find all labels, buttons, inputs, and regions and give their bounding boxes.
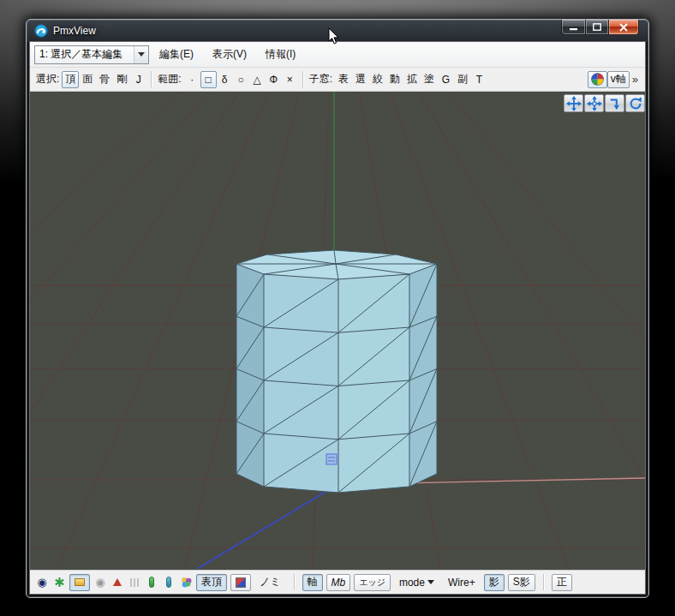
teal-pill-icon[interactable] xyxy=(162,575,176,590)
orbit-icon xyxy=(628,96,643,111)
orbit-view-button[interactable] xyxy=(625,94,645,112)
selection-marker xyxy=(326,454,337,464)
v-axis-button[interactable]: v軸 xyxy=(607,71,630,88)
subwin-hyou-button[interactable]: 表 xyxy=(335,71,352,88)
bottombar-separator xyxy=(294,574,295,590)
mode-dropdown-icon xyxy=(427,580,434,584)
select-bone-button[interactable]: 骨 xyxy=(96,71,113,88)
range-dot-button[interactable]: · xyxy=(184,71,200,88)
minimize-button[interactable] xyxy=(561,20,586,35)
hatch-icon[interactable] xyxy=(128,575,141,590)
toolbar-separator xyxy=(302,71,303,87)
subwin-nuri-button[interactable]: 塗 xyxy=(421,71,438,88)
pan-all-button[interactable] xyxy=(584,94,604,112)
toolbar-overflow-button[interactable]: » xyxy=(630,73,641,86)
mode-label: mode xyxy=(399,577,425,589)
edit-mode-value: 1: 選択／基本編集 xyxy=(39,47,122,62)
pan-view-button[interactable] xyxy=(564,94,583,112)
shadow-toggle-button[interactable]: 影 xyxy=(484,574,505,591)
floor-toggle-button[interactable] xyxy=(69,574,90,591)
select-rigid-button[interactable]: 剛 xyxy=(113,71,130,88)
range-triangle-button[interactable]: △ xyxy=(249,71,266,88)
menu-bar: 1: 選択／基本編集 編集(E) 表示(V) 情報(I) xyxy=(30,42,645,68)
material-icon xyxy=(236,577,246,588)
axis-colorwheel-button[interactable] xyxy=(588,71,607,88)
maximize-icon xyxy=(593,23,601,31)
menu-view[interactable]: 表示(V) xyxy=(204,43,255,66)
subwin-t-button[interactable]: T xyxy=(471,71,487,88)
drop-view-button[interactable] xyxy=(605,94,624,112)
red-triangle-icon[interactable] xyxy=(111,575,124,590)
subwindow-label: 子窓: xyxy=(309,72,332,87)
view-nav-buttons xyxy=(564,94,645,112)
subwin-sen-button[interactable]: 選 xyxy=(352,71,369,88)
range-circle-button[interactable]: ○ xyxy=(233,71,249,88)
caption-buttons xyxy=(561,20,639,35)
viewport-canvas[interactable] xyxy=(30,92,645,570)
bottombar-separator xyxy=(543,574,544,590)
bottom-toolbar: ◉ ◉ 表頂 ノミ xyxy=(30,570,645,594)
viewport[interactable] xyxy=(30,92,645,570)
range-phi-button[interactable]: Φ xyxy=(266,71,282,88)
pan-icon xyxy=(566,96,582,111)
menu-info[interactable]: 情報(I) xyxy=(257,43,304,66)
select-label: 選択: xyxy=(36,72,59,87)
green-asterisk-icon[interactable] xyxy=(52,575,66,590)
axis-colorwheel-icon xyxy=(591,73,604,86)
drop-arrow-icon xyxy=(607,96,623,111)
flower-icon[interactable] xyxy=(179,575,193,590)
subwin-fuku-button[interactable]: 副 xyxy=(454,71,471,88)
menu-edit[interactable]: 編集(E) xyxy=(151,43,202,66)
app-icon xyxy=(34,24,48,38)
range-x-button[interactable]: × xyxy=(282,71,298,88)
floor-icon xyxy=(75,578,85,586)
combo-dropdown-icon xyxy=(134,46,148,63)
pmxview-window: PmxView 1: xyxy=(26,19,649,598)
front-view-button[interactable]: 正 xyxy=(552,574,572,591)
select-vertex-button[interactable]: 頂 xyxy=(62,71,79,88)
toolbar-separator xyxy=(151,71,152,87)
window-title: PmxView xyxy=(53,25,96,37)
subwin-g-button[interactable]: G xyxy=(438,71,454,88)
toolbar: 選択: 頂 面 骨 剛 J 範囲: · □ δ ○ △ Φ × 子窓: 表 選 … xyxy=(30,68,645,92)
range-rect-button[interactable]: □ xyxy=(200,71,217,88)
axis-toggle-button[interactable]: 軸 xyxy=(302,574,323,591)
pivot-gray-icon[interactable]: ◉ xyxy=(93,575,107,590)
nomi-button[interactable]: ノミ xyxy=(254,574,286,591)
range-delta-button[interactable]: δ xyxy=(217,71,233,88)
close-button[interactable] xyxy=(609,20,639,35)
subwin-shibo-button[interactable]: 絞 xyxy=(369,71,386,88)
show-vertex-button[interactable]: 表頂 xyxy=(196,574,227,591)
title-bar[interactable]: PmxView xyxy=(27,20,648,42)
wire-mode-button[interactable]: Wire+ xyxy=(443,574,481,591)
client-area: 1: 選択／基本編集 編集(E) 表示(V) 情報(I) 選択: 頂 面 骨 剛… xyxy=(30,42,645,594)
self-shadow-toggle-button[interactable]: S影 xyxy=(508,574,535,591)
minimize-icon xyxy=(570,23,577,31)
maximize-button[interactable] xyxy=(586,20,609,35)
subwin-kaku-button[interactable]: 拡 xyxy=(403,71,421,88)
desktop: PmxView 1: xyxy=(0,0,675,616)
subwin-dou-button[interactable]: 動 xyxy=(386,71,403,88)
select-face-button[interactable]: 面 xyxy=(79,71,96,88)
mode-dropdown[interactable]: mode xyxy=(394,574,439,591)
select-joint-button[interactable]: J xyxy=(130,71,146,88)
pivot-icon[interactable]: ◉ xyxy=(35,575,49,590)
material-toggle-button[interactable] xyxy=(230,574,251,591)
pan-all-icon xyxy=(587,96,602,111)
range-label: 範囲: xyxy=(158,72,181,87)
edge-toggle-button[interactable]: エッジ xyxy=(354,574,391,591)
edit-mode-combo[interactable]: 1: 選択／基本編集 xyxy=(34,45,149,64)
green-pill-icon[interactable] xyxy=(145,575,158,590)
close-icon xyxy=(619,23,628,32)
mb-toggle-button[interactable]: Mb xyxy=(326,574,351,591)
